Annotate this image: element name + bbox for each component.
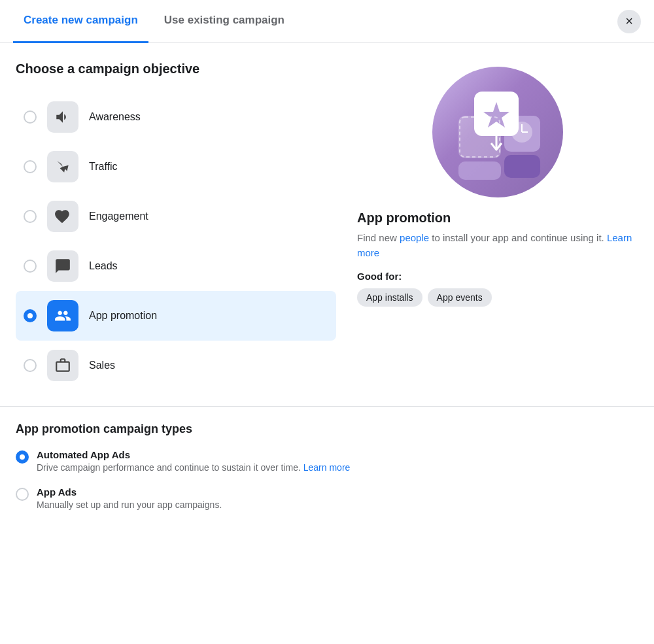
tag-app-events: App events	[428, 288, 492, 307]
awareness-icon	[54, 109, 71, 126]
objective-engagement[interactable]: Engagement	[16, 192, 336, 241]
tag-app-installs: App installs	[357, 288, 422, 307]
awareness-icon-box	[47, 101, 78, 133]
app-ads-text: App Ads Manually set up and run your app…	[37, 486, 222, 512]
right-panel: App promotion Find new people to install…	[357, 61, 638, 390]
app-promotion-illustration	[432, 67, 563, 197]
preview-desc-suffix: to install your app and continue using i…	[429, 232, 604, 243]
preview-description: Find new people to install your app and …	[357, 231, 638, 260]
svg-rect-3	[504, 155, 540, 178]
radio-sales	[24, 359, 37, 372]
radio-app-ads	[16, 488, 29, 501]
automated-learn-more-link[interactable]: Learn more	[303, 462, 351, 473]
automated-name: Automated App Ads	[37, 449, 350, 460]
automated-desc: Drive campaign performance and continue …	[37, 462, 350, 475]
campaign-type-automated[interactable]: Automated App Ads Drive campaign perform…	[16, 449, 638, 475]
objective-leads[interactable]: Leads	[16, 241, 336, 291]
leads-icon-box	[47, 250, 78, 282]
illustration-svg	[445, 80, 550, 184]
objective-traffic[interactable]: Traffic	[16, 142, 336, 192]
preview-desc-prefix: Find new	[357, 232, 400, 243]
awareness-label: Awareness	[89, 111, 141, 123]
automated-desc-prefix: Drive campaign performance and continue …	[37, 462, 301, 473]
radio-traffic	[24, 160, 37, 173]
objective-app-promotion[interactable]: App promotion	[16, 291, 336, 341]
sales-icon	[54, 357, 71, 374]
tab-create-new[interactable]: Create new campaign	[13, 0, 148, 43]
tab-existing-label: Use existing campaign	[164, 14, 284, 27]
main-content: Choose a campaign objective Awareness	[0, 43, 654, 406]
traffic-icon	[54, 158, 71, 175]
traffic-label: Traffic	[89, 161, 118, 173]
left-panel: Choose a campaign objective Awareness	[16, 61, 336, 390]
engagement-icon	[54, 208, 71, 225]
leads-icon	[54, 258, 71, 275]
bottom-section: App promotion campaign types Automated A…	[0, 406, 654, 527]
section-title: Choose a campaign objective	[16, 61, 336, 76]
preview-people-link[interactable]: people	[400, 232, 429, 243]
tab-bar: Create new campaign Use existing campaig…	[0, 0, 654, 43]
objective-list: Awareness Traffic	[16, 92, 336, 390]
close-icon: ×	[625, 14, 633, 29]
radio-leads	[24, 260, 37, 273]
radio-app-promotion	[24, 309, 37, 322]
objective-sales[interactable]: Sales	[16, 341, 336, 390]
app-ads-desc: Manually set up and run your app campaig…	[37, 499, 222, 512]
tab-create-label: Create new campaign	[24, 14, 138, 27]
campaign-type-app-ads[interactable]: App Ads Manually set up and run your app…	[16, 486, 638, 512]
tab-use-existing[interactable]: Use existing campaign	[154, 0, 295, 43]
modal-container: Create new campaign Use existing campaig…	[0, 0, 654, 644]
sales-icon-box	[47, 350, 78, 381]
app-promotion-label: App promotion	[89, 310, 157, 322]
automated-text: Automated App Ads Drive campaign perform…	[37, 449, 350, 475]
engagement-label: Engagement	[89, 211, 148, 222]
close-button[interactable]: ×	[617, 10, 641, 33]
bottom-section-title: App promotion campaign types	[16, 422, 638, 436]
good-for-label: Good for:	[357, 271, 638, 282]
svg-rect-2	[458, 161, 501, 180]
objective-awareness[interactable]: Awareness	[16, 92, 336, 142]
preview-title: App promotion	[357, 211, 638, 226]
app-promotion-icon-box	[47, 300, 78, 331]
tag-list: App installs App events	[357, 288, 638, 307]
radio-engagement	[24, 210, 37, 223]
radio-automated	[16, 450, 29, 464]
sales-label: Sales	[89, 360, 115, 371]
app-promotion-icon	[54, 307, 71, 324]
traffic-icon-box	[47, 151, 78, 182]
radio-awareness	[24, 110, 37, 124]
engagement-icon-box	[47, 201, 78, 232]
app-ads-name: App Ads	[37, 486, 222, 498]
campaign-type-list: Automated App Ads Drive campaign perform…	[16, 449, 638, 511]
leads-label: Leads	[89, 260, 118, 272]
